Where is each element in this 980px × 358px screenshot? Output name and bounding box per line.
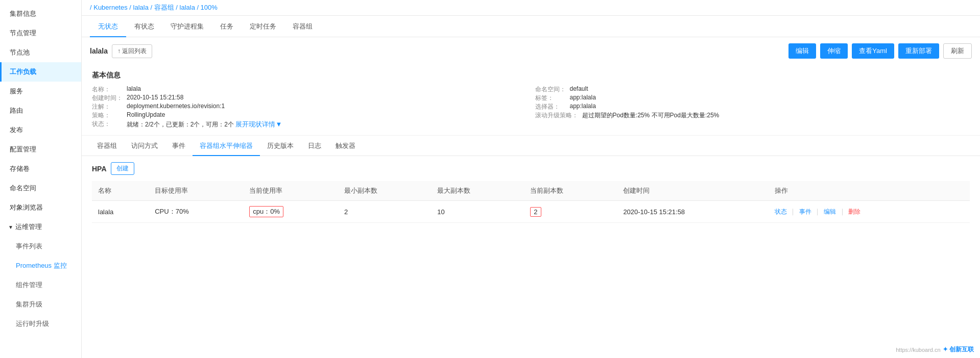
- col-actions: 操作: [769, 181, 970, 201]
- title-actions: 编辑 伸缩 查看Yaml 重新部署 刷新: [788, 43, 972, 59]
- row-min-replicas: 2: [338, 201, 431, 223]
- basic-info-title: 基本信息: [92, 71, 970, 80]
- tab-trigger[interactable]: 触发器: [328, 136, 363, 156]
- status-label: 状态：: [92, 120, 123, 129]
- back-button[interactable]: ↑ 返回列表: [112, 44, 152, 58]
- refresh-button[interactable]: 刷新: [943, 43, 972, 59]
- row-name: lalala: [92, 201, 149, 223]
- info-row-rolling: 滚动升级策略： 超过期望的Pod数量:25% 不可用Pod最大数量:25%: [535, 111, 970, 120]
- sidebar-item-workload[interactable]: 工作负载: [0, 62, 81, 82]
- info-row-name: 名称： lalala: [92, 85, 527, 94]
- ns-value: default: [570, 85, 588, 92]
- col-current: 当前使用率: [243, 181, 338, 201]
- scale-button[interactable]: 伸缩: [820, 43, 848, 59]
- row-created-time: 2020-10-15 15:21:58: [617, 201, 768, 223]
- tab-log[interactable]: 日志: [301, 136, 328, 156]
- selector-label: 选择器：: [535, 103, 566, 111]
- tag-label: 标签：: [535, 94, 566, 103]
- sidebar-item-object-browser[interactable]: 对象浏览器: [0, 198, 81, 217]
- sidebar-ops-group[interactable]: ▼ 运维管理: [0, 217, 81, 237]
- edit-button[interactable]: 编辑: [788, 43, 816, 59]
- col-target: 目标使用率: [149, 181, 243, 201]
- separator-1: ｜: [790, 208, 796, 215]
- action-delete[interactable]: 删除: [848, 208, 861, 215]
- min-replicas-value: 2: [344, 208, 348, 216]
- row-current-replicas: 2: [524, 201, 617, 223]
- strategy-value: RollingUpdate: [127, 111, 165, 118]
- hpa-table: 名称 目标使用率 当前使用率 最小副本数 最大副本数 当前副本数 创建时间 操作…: [92, 181, 970, 223]
- table-row: lalala CPU：70% cpu：0% 2 10 2 2020-10-15 …: [92, 201, 970, 223]
- strategy-label: 策略：: [92, 111, 123, 120]
- top-tabs: 无状态 有状态 守护进程集 任务 定时任务 容器组: [82, 16, 980, 37]
- domain-text: https://kuboard.cn: [896, 347, 940, 353]
- status-detail-link[interactable]: 展开现状详情▼: [235, 120, 282, 128]
- view-yaml-button[interactable]: 查看Yaml: [852, 43, 894, 59]
- separator-3: ｜: [839, 208, 846, 215]
- inner-tabs: 容器组 访问方式 事件 容器组水平伸缩器 历史版本 日志 触发器: [82, 136, 980, 156]
- current-replicas-badge: 2: [530, 207, 541, 217]
- row-max-replicas: 10: [431, 201, 524, 223]
- hpa-header: HPA 创建: [92, 162, 970, 175]
- tab-hpa[interactable]: 容器组水平伸缩器: [193, 136, 260, 156]
- info-row-strategy: 策略： RollingUpdate: [92, 111, 527, 120]
- redeploy-button[interactable]: 重新部署: [898, 43, 939, 59]
- rolling-value: 超过期望的Pod数量:25% 不可用Pod最大数量:25%: [582, 111, 720, 120]
- tag-value: app:lalala: [570, 94, 596, 101]
- tab-daemon[interactable]: 守护进程集: [162, 16, 212, 37]
- ns-label: 命名空间：: [535, 85, 566, 94]
- sidebar-item-prometheus[interactable]: Prometheus 监控: [0, 256, 81, 275]
- tab-scheduled-task[interactable]: 定时任务: [242, 16, 284, 37]
- tab-event[interactable]: 事件: [165, 136, 193, 156]
- annotation-value: deployment.kubernetes.io/revision:1: [127, 103, 225, 110]
- tab-has-status[interactable]: 有状态: [126, 16, 162, 37]
- sidebar-item-route[interactable]: 路由: [0, 101, 81, 120]
- breadcrumb-link[interactable]: / Kubernetes / lalala / 容器组 / lalala /: [90, 4, 199, 11]
- col-min: 最小副本数: [338, 181, 431, 201]
- info-row-status: 状态： 就绪：2/2个，已更新：2个，可用：2个 展开现状详情▼: [92, 120, 527, 129]
- sidebar-item-namespace[interactable]: 命名空间: [0, 178, 81, 198]
- basic-info-section: 基本信息 名称： lalala 创建时间： 2020-10-15 15:21:5…: [82, 65, 980, 136]
- tab-container-group[interactable]: 容器组: [90, 136, 124, 156]
- tab-container-group[interactable]: 容器组: [284, 16, 321, 37]
- row-current-usage: cpu：0%: [243, 201, 338, 223]
- current-usage-badge: cpu：0%: [249, 206, 283, 217]
- sidebar-item-publish[interactable]: 发布: [0, 120, 81, 140]
- info-right: 命名空间： default 标签： app:lalala 选择器： app:la…: [535, 85, 970, 129]
- prometheus-label: Prometheus 监控: [16, 262, 67, 269]
- annotation-label: 注解：: [92, 103, 123, 111]
- sidebar-item-node-mgmt[interactable]: 节点管理: [0, 23, 81, 43]
- col-created: 创建时间: [617, 181, 768, 201]
- sidebar-item-node-pool[interactable]: 节点池: [0, 43, 81, 62]
- sidebar-item-config-mgmt[interactable]: 配置管理: [0, 140, 81, 159]
- action-edit[interactable]: 编辑: [824, 208, 836, 215]
- sidebar-item-component-mgmt[interactable]: 组件管理: [0, 275, 81, 295]
- create-hpa-button[interactable]: 创建: [111, 162, 134, 175]
- content-area: lalala ↑ 返回列表 编辑 伸缩 查看Yaml 重新部署 刷新 基本信息 …: [82, 37, 980, 358]
- info-left: 名称： lalala 创建时间： 2020-10-15 15:21:58 注解：…: [92, 85, 527, 129]
- sidebar-item-service[interactable]: 服务: [0, 82, 81, 101]
- breadcrumb: / Kubernetes / lalala / 容器组 / lalala / 1…: [82, 0, 980, 16]
- chevron-down-icon: ▼: [8, 224, 13, 230]
- tab-access[interactable]: 访问方式: [124, 136, 165, 156]
- info-row-tag: 标签： app:lalala: [535, 94, 970, 103]
- sidebar: 集群信息 节点管理 节点池 工作负载 服务 路由 发布 配置管理 存储卷 命名空…: [0, 0, 82, 358]
- sidebar-item-runtime-upgrade[interactable]: 运行时升级: [0, 314, 81, 334]
- action-status[interactable]: 状态: [775, 208, 787, 215]
- info-grid: 名称： lalala 创建时间： 2020-10-15 15:21:58 注解：…: [92, 85, 970, 129]
- title-left: lalala ↑ 返回列表: [90, 44, 152, 58]
- tab-history[interactable]: 历史版本: [260, 136, 301, 156]
- title-bar: lalala ↑ 返回列表 编辑 伸缩 查看Yaml 重新部署 刷新: [82, 37, 980, 65]
- info-row-created: 创建时间： 2020-10-15 15:21:58: [92, 94, 527, 103]
- col-max: 最大副本数: [431, 181, 524, 201]
- info-row-annotation: 注解： deployment.kubernetes.io/revision:1: [92, 103, 527, 111]
- tab-no-status[interactable]: 无状态: [90, 16, 126, 37]
- hpa-section: HPA 创建 名称 目标使用率 当前使用率 最小副本数 最大副本数 当前副本数 …: [82, 156, 980, 229]
- sidebar-item-storage[interactable]: 存储卷: [0, 159, 81, 178]
- page-title: lalala: [90, 47, 108, 55]
- tab-task[interactable]: 任务: [212, 16, 242, 37]
- sidebar-item-cluster-info[interactable]: 集群信息: [0, 4, 81, 23]
- action-event[interactable]: 事件: [799, 208, 811, 215]
- sidebar-item-event-list[interactable]: 事件列表: [0, 237, 81, 256]
- sidebar-item-cluster-upgrade[interactable]: 集群升级: [0, 295, 81, 314]
- info-row-selector: 选择器： app:lalala: [535, 103, 970, 111]
